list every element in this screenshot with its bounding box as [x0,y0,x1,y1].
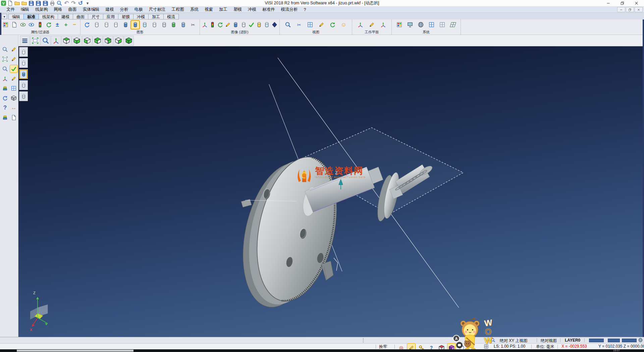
notes-icon[interactable] [10,114,17,121]
grid-plane-icon[interactable] [10,85,17,92]
view-back-icon[interactable] [114,37,122,45]
tab-2[interactable]: 线架构 [39,14,58,19]
print-icon[interactable] [49,0,55,6]
mdi-close-button[interactable] [635,7,643,12]
layer-light-cylinder-icon[interactable] [19,80,28,90]
solid-view-icon[interactable] [10,94,17,102]
menu-item-2[interactable]: 线架构 [32,7,51,12]
menu-item-1[interactable]: 编辑 [18,7,32,12]
diamond-icon[interactable] [271,21,278,29]
zoom-dynamic-icon[interactable] [1,46,9,53]
status-units[interactable]: 单位: 毫米 [536,344,554,350]
mdi-minimize-button[interactable] [617,7,625,12]
layer-wire2-cylinder-icon[interactable] [19,58,28,68]
yellow-cylinder-icon[interactable] [255,21,263,29]
menu-item-14[interactable]: 塑模 [230,7,245,12]
save-as-icon[interactable] [35,0,41,6]
open-file-icon[interactable] [14,0,20,6]
hide-entities-icon[interactable] [28,21,36,29]
view-axis-icon[interactable] [201,21,209,29]
viewmenu-icon[interactable] [20,36,30,46]
render-refresh-icon[interactable] [216,21,224,29]
menu-item-15[interactable]: 冲模 [245,7,259,12]
layer-hatch-cylinder-icon[interactable] [20,92,27,100]
view-top-icon[interactable] [62,37,70,45]
attribute-paint-icon[interactable] [2,21,10,29]
menu-item-13[interactable]: 加工 [216,7,230,12]
close-button[interactable] [629,0,643,6]
outline-cylinder-icon[interactable] [263,21,271,29]
monitor-icon[interactable] [406,21,414,29]
layer-shaded-cylinder-icon[interactable] [19,69,28,79]
stats-icon[interactable] [1,114,9,121]
toggle-visibility-icon[interactable]: ± [53,21,61,29]
workplane-edit-icon[interactable] [368,21,376,29]
tab-10[interactable]: 模流 [163,14,179,19]
view-bottom-icon[interactable] [72,36,82,46]
mdi-restore-button[interactable] [626,7,634,12]
frame-edit-icon[interactable] [306,21,314,29]
layer-light-cylinder-icon[interactable] [20,81,27,89]
layer-swatch-3[interactable] [622,339,637,342]
point-grid-icon[interactable] [438,21,446,29]
menu-item-3[interactable]: 网格 [51,7,65,12]
layer-wire-cylinder-icon[interactable] [20,48,27,56]
filter-traffic-icon[interactable] [36,21,44,29]
zoom-inout-icon[interactable] [1,65,9,73]
layer-hatch-cylinder-icon[interactable] [19,91,28,101]
menu-item-9[interactable]: 尺寸标注 [146,7,169,12]
new-file-icon[interactable] [7,0,13,6]
workplane-align-icon[interactable] [379,21,387,29]
erase-sketch-icon[interactable] [10,46,17,53]
view-iso-icon[interactable] [124,36,134,46]
menu-item-7[interactable]: 分析 [117,7,131,12]
status-layer[interactable]: LAYER0 [565,338,580,343]
triad-icon[interactable] [52,37,60,45]
save-icon[interactable] [28,0,34,6]
menu-item-0[interactable]: 文件 [3,7,18,12]
hatch-cylinder-icon[interactable] [160,21,168,29]
undo-history-icon[interactable]: ↺ [77,0,84,6]
wireframe-cylinder2-icon[interactable] [102,21,110,29]
preview-icon[interactable] [56,0,62,6]
graphics-tools-icon[interactable]: ✂ [189,21,197,29]
menu-item-4[interactable]: 曲面 [65,7,80,12]
view-bottom-icon[interactable] [73,37,81,45]
menu-item-12[interactable]: 视窗 [202,7,216,12]
status-abs-view[interactable]: 绝对视图 [541,338,557,344]
taskbar-app-segment[interactable] [17,350,133,352]
view-left-icon[interactable] [83,37,91,45]
lock-toggle[interactable]: 拴牢 [379,344,387,350]
tab-6[interactable]: 应用 [103,14,118,19]
tab-9[interactable]: 加工 [148,14,164,19]
wireframe-cylinder3-icon[interactable] [112,21,120,29]
qa-options-icon[interactable]: ▾ [85,0,91,6]
layer-swatch-1[interactable] [589,339,604,342]
clip-view-icon[interactable]: ✂ [295,21,303,29]
tab-4[interactable]: 曲面 [73,14,88,19]
view-right-icon[interactable] [93,36,103,46]
menu-item-6[interactable]: 建模 [103,7,117,12]
attribute-page-icon[interactable] [10,21,18,29]
plane-grid-icon[interactable] [449,21,457,29]
tab-5[interactable]: 尺寸 [88,14,103,19]
zoom-lens-icon[interactable] [42,37,50,45]
regen-icon[interactable] [1,94,9,102]
menu-item-8[interactable]: 电极 [131,7,146,12]
check-cylinder-icon[interactable] [248,21,255,29]
open-copy-icon[interactable] [21,0,27,6]
menu-item-10[interactable]: 工程图 [169,7,187,12]
layer-swatch-2[interactable] [608,339,620,342]
hide-all-icon[interactable]: − [70,21,78,29]
view-right-icon[interactable] [94,37,102,45]
view-iso-icon[interactable] [125,37,133,45]
shaded-cylinder-icon[interactable] [121,21,129,29]
regen-graphics-icon[interactable] [83,21,91,29]
refresh-visibility-icon[interactable] [45,21,53,29]
tab-3[interactable]: 建模 [58,14,73,19]
draw-spline-icon[interactable] [10,75,17,82]
zoom-fit-icon[interactable] [31,37,39,45]
tab-1[interactable]: 标准 [23,14,39,19]
minimize-button[interactable] [601,0,615,6]
layer-wire-cylinder-icon[interactable] [19,47,28,57]
